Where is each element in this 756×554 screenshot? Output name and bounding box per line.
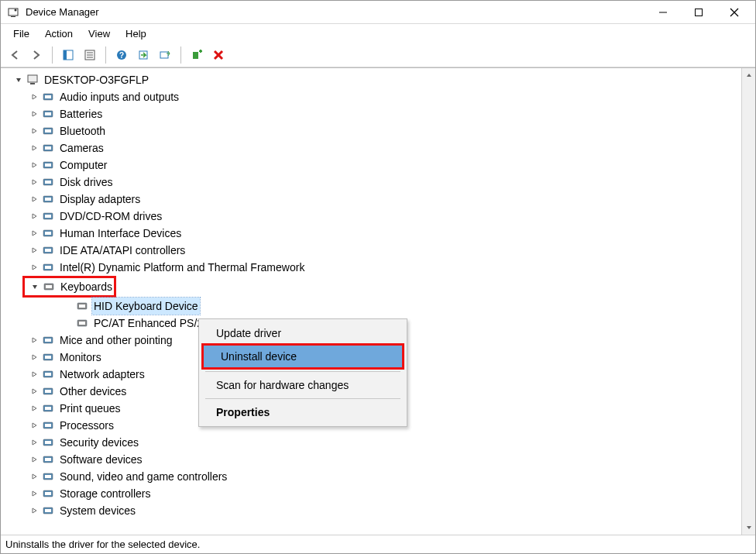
chevron-right-icon[interactable]	[29, 420, 40, 431]
chevron-right-icon[interactable]	[29, 245, 40, 256]
window-controls	[645, 1, 752, 24]
menu-action[interactable]: Action	[37, 26, 81, 41]
tree-node-label: Security devices	[58, 434, 140, 451]
svg-rect-4	[696, 9, 703, 15]
scroll-up-button[interactable]	[742, 68, 755, 82]
chevron-down-icon[interactable]	[29, 281, 40, 292]
tree-node[interactable]: Disk drives	[4, 174, 741, 191]
device-category-icon	[41, 351, 55, 363]
menu-file[interactable]: File	[5, 26, 37, 41]
chevron-right-icon[interactable]	[29, 160, 40, 170]
chevron-right-icon[interactable]	[29, 335, 40, 346]
chevron-right-icon[interactable]	[29, 177, 40, 188]
tree-node[interactable]: System devices	[4, 502, 741, 519]
device-category-icon	[41, 210, 55, 222]
tree-node-label: Disk drives	[58, 174, 114, 191]
toolbar: ?	[1, 43, 755, 67]
tree-node[interactable]: DVD/CD-ROM drives	[4, 208, 741, 225]
vertical-scrollbar[interactable]	[741, 68, 755, 535]
tree-node[interactable]: Sound, video and game controllers	[4, 468, 741, 485]
svg-rect-29	[45, 146, 51, 150]
tree-node[interactable]: Batteries	[4, 105, 741, 122]
close-button[interactable]	[716, 1, 752, 24]
tree-node[interactable]: Software devices	[4, 451, 741, 468]
device-category-icon	[41, 419, 55, 432]
tree-node-label: Monitors	[58, 349, 103, 366]
svg-rect-23	[45, 95, 51, 98]
tree-node-label: Print queues	[58, 400, 122, 417]
svg-point-2	[15, 9, 17, 11]
device-category-icon	[41, 402, 55, 415]
chevron-right-icon[interactable]	[29, 108, 40, 119]
tree-node-label: Sound, video and game controllers	[58, 468, 229, 485]
status-text: Uninstalls the driver for the selected d…	[5, 539, 200, 550]
chevron-right-icon[interactable]	[29, 369, 40, 380]
context-menu-item[interactable]: Uninstall device	[201, 343, 404, 370]
toolbar-separator	[105, 46, 106, 64]
context-menu-item[interactable]: Update driver	[199, 322, 407, 344]
statusbar: Uninstalls the driver for the selected d…	[1, 535, 755, 553]
tree-node-keyboards[interactable]: Keyboards	[25, 278, 114, 295]
chevron-down-icon[interactable]	[13, 74, 24, 85]
tree-node-label: Software devices	[58, 451, 144, 468]
chevron-right-icon[interactable]	[29, 143, 40, 153]
scan-button[interactable]	[134, 46, 153, 64]
chevron-right-icon[interactable]	[29, 471, 40, 482]
chevron-right-icon[interactable]	[29, 228, 40, 239]
tree-node[interactable]: Security devices	[4, 434, 741, 451]
tree-node[interactable]: Computer	[4, 157, 741, 174]
tree-root[interactable]: DESKTOP-O3FGFLP	[4, 71, 741, 88]
svg-rect-45	[46, 285, 52, 288]
uninstall-button[interactable]	[209, 46, 228, 64]
menu-view[interactable]: View	[81, 26, 118, 41]
chevron-right-icon[interactable]	[29, 352, 40, 363]
svg-rect-65	[45, 458, 51, 461]
chevron-right-icon[interactable]	[29, 454, 40, 465]
chevron-right-icon[interactable]	[29, 211, 40, 222]
forward-button[interactable]	[27, 46, 46, 64]
update-button[interactable]	[156, 46, 174, 64]
menu-help[interactable]: Help	[118, 26, 154, 41]
properties-button[interactable]	[81, 46, 99, 64]
tree-node[interactable]: IDE ATA/ATAPI controllers	[4, 242, 741, 259]
chevron-right-icon[interactable]	[29, 262, 40, 273]
svg-rect-59	[45, 407, 51, 410]
tree-node-label: Cameras	[58, 139, 105, 157]
device-tree[interactable]: DESKTOP-O3FGFLPAudio inputs and outputsB…	[1, 68, 741, 535]
svg-rect-55	[45, 373, 51, 376]
device-category-icon	[41, 125, 55, 137]
context-menu-item[interactable]: Scan for hardware changes	[199, 374, 407, 396]
expander-none	[63, 301, 74, 311]
chevron-right-icon[interactable]	[29, 488, 40, 499]
show-hide-tree-button[interactable]	[59, 46, 77, 64]
svg-rect-8	[64, 50, 67, 60]
scroll-down-button[interactable]	[742, 521, 755, 535]
help-button[interactable]: ?	[112, 46, 131, 64]
minimize-button[interactable]	[645, 1, 681, 24]
chevron-right-icon[interactable]	[29, 91, 40, 102]
chevron-right-icon[interactable]	[29, 386, 40, 397]
device-category-icon	[41, 261, 55, 274]
chevron-right-icon[interactable]	[29, 126, 40, 136]
tree-child-node[interactable]: HID Keyboard Device	[4, 298, 741, 315]
tree-node[interactable]: Intel(R) Dynamic Platform and Thermal Fr…	[4, 259, 741, 276]
context-menu-item[interactable]: Properties	[199, 401, 407, 423]
tree-node[interactable]: Storage controllers	[4, 485, 741, 502]
add-device-button[interactable]	[187, 46, 206, 64]
chevron-right-icon[interactable]	[29, 437, 40, 448]
tree-node[interactable]: Human Interface Devices	[4, 225, 741, 242]
tree-child-label: HID Keyboard Device	[92, 298, 200, 315]
tree-node[interactable]: Display adapters	[4, 191, 741, 208]
tree-node[interactable]: Audio inputs and outputs	[4, 88, 741, 105]
svg-rect-17	[193, 52, 198, 59]
device-category-icon	[41, 504, 55, 517]
chevron-right-icon[interactable]	[29, 505, 40, 516]
device-category-icon	[41, 108, 55, 120]
maximize-button[interactable]	[681, 1, 716, 24]
chevron-right-icon[interactable]	[29, 194, 40, 205]
tree-node[interactable]: Cameras	[4, 139, 741, 157]
back-button[interactable]	[5, 46, 24, 64]
tree-node[interactable]: Bluetooth	[4, 122, 741, 139]
chevron-right-icon[interactable]	[29, 403, 40, 414]
svg-rect-49	[79, 322, 85, 325]
